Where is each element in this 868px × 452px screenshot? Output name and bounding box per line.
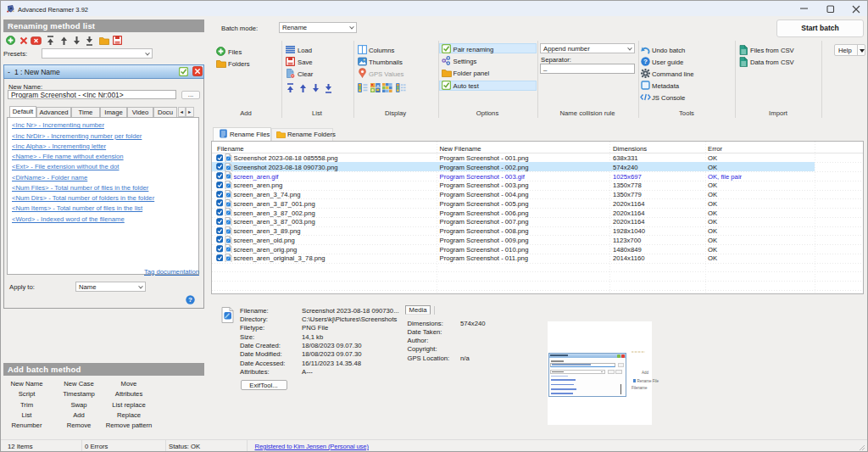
svg-text:?: ? [188,296,192,304]
svg-text:?: ? [643,58,648,65]
